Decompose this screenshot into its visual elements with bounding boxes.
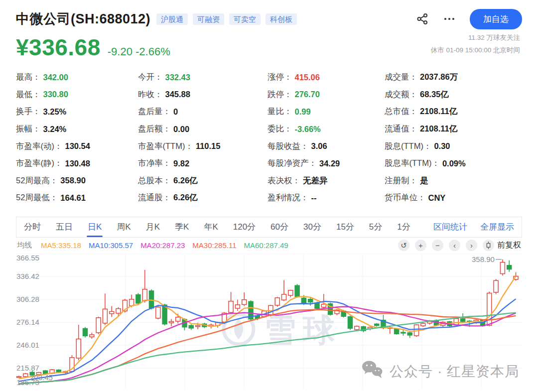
stat-label: 换手： xyxy=(16,106,41,117)
stat-label: 今开： xyxy=(138,72,163,83)
stat-label: 最高： xyxy=(16,72,41,83)
tab-links: 区间统计全屏显示 xyxy=(433,217,514,237)
adjust-type-button[interactable]: 前复权 xyxy=(497,240,521,251)
stat-item: 委比：-3.66% xyxy=(268,121,385,138)
tab-item[interactable]: 1分 xyxy=(397,217,410,237)
stat-label: 表决权： xyxy=(268,175,300,186)
tab-item[interactable]: 分时 xyxy=(24,217,41,237)
ma-legend-item: MA5:335.18 xyxy=(41,241,81,250)
add-watchlist-button[interactable]: 加自选 xyxy=(470,9,522,29)
chart-reset-button[interactable]: ↺ xyxy=(398,240,409,251)
stat-value: -3.66% xyxy=(295,125,321,134)
ma-legend-item: MA10:305.57 xyxy=(89,241,133,250)
stat-label: 委比： xyxy=(268,124,292,134)
stat-label: 每股收益： xyxy=(268,141,309,152)
stat-item: 换手：3.25% xyxy=(16,103,138,121)
zoom-in-button[interactable]: + xyxy=(415,240,426,251)
stat-item: 股息率(TTM)：0.09% xyxy=(385,155,522,172)
stat-item: 盘后额：0.00 xyxy=(138,121,268,138)
tab-item[interactable]: 5分 xyxy=(369,217,382,237)
stat-label: 盘后额： xyxy=(138,124,171,134)
more-icon[interactable] xyxy=(443,12,456,25)
candle-body xyxy=(189,325,193,328)
stat-value: 330.80 xyxy=(43,90,68,99)
stat-label: 52周最低： xyxy=(16,192,58,203)
stat-item: 总市值：2108.11亿 xyxy=(385,103,522,121)
stat-label: 股息率(TTM)： xyxy=(385,158,440,169)
candle-body xyxy=(454,318,458,325)
candle-body xyxy=(110,311,114,313)
tab-item[interactable]: 季K xyxy=(175,217,189,237)
stat-item: 涨停：415.06 xyxy=(268,69,385,86)
candle-body xyxy=(83,328,88,336)
candle-body xyxy=(407,333,412,335)
candle-body xyxy=(229,301,233,312)
candle-body xyxy=(90,335,94,337)
tab-item[interactable]: 日K xyxy=(88,217,102,237)
y-axis-label: 336.42 xyxy=(16,272,39,280)
stat-value: 130.54 xyxy=(65,141,90,151)
candle-style-button[interactable] xyxy=(483,240,494,251)
share-icon[interactable] xyxy=(416,12,429,25)
pan-left-button[interactable]: ‹ xyxy=(449,240,460,251)
wechat-watermark: 公众号 · 红星资本局 xyxy=(361,360,519,383)
stat-item: 注册制：是 xyxy=(385,172,522,190)
stat-value: 3.24% xyxy=(43,125,67,134)
stat-label: 涨停： xyxy=(268,72,292,83)
stat-label: 最低： xyxy=(16,89,41,100)
tab-item[interactable]: 120分 xyxy=(233,217,256,237)
fullscreen-link[interactable]: 全屏显示 xyxy=(480,221,514,233)
tab-item[interactable]: 60分 xyxy=(270,217,288,237)
stat-item: 市净率：9.82 xyxy=(138,155,268,172)
stat-value: 130.48 xyxy=(65,159,90,168)
candle-body xyxy=(116,308,121,313)
candle-body xyxy=(196,325,200,326)
tab-item[interactable]: 15分 xyxy=(336,217,354,237)
current-price: ¥336.68 xyxy=(16,34,101,61)
candle-icon xyxy=(486,242,491,249)
stat-item: 最低：330.80 xyxy=(16,86,138,104)
candle-body xyxy=(395,329,399,334)
candle-body xyxy=(507,265,512,269)
zoom-out-button[interactable]: − xyxy=(432,240,443,251)
tab-item[interactable]: 月K xyxy=(146,217,160,237)
candle-body xyxy=(96,318,101,333)
candle-body xyxy=(169,321,173,323)
ma-bar: 均线 MA5:335.18MA10:305.57MA20:287.23MA30:… xyxy=(16,238,522,254)
candle-body xyxy=(130,299,134,306)
stats-grid: 最高：342.00今开：332.43涨停：415.06成交量：2037.86万最… xyxy=(16,69,522,207)
stat-item: 流通值：2108.11亿 xyxy=(385,121,522,138)
stat-value: 3.06 xyxy=(311,141,327,151)
header: 中微公司(SH:688012) 沪股通可融资可卖空科创板 加自选 xyxy=(16,8,522,30)
stat-item: 最高：342.00 xyxy=(16,69,138,86)
candle-body xyxy=(242,300,247,305)
stock-badge: 可卖空 xyxy=(229,13,261,25)
stat-value: 0.09% xyxy=(442,159,466,168)
ma-legend-item: MA30:285.11 xyxy=(192,241,236,250)
stat-label: 流通股： xyxy=(138,192,171,203)
tab-item[interactable]: 年K xyxy=(204,217,218,237)
tab-item[interactable]: 五日 xyxy=(56,217,73,237)
range-stats-link[interactable]: 区间统计 xyxy=(433,221,467,233)
stat-value: 276.70 xyxy=(295,90,320,99)
tab-item[interactable]: 30分 xyxy=(303,217,321,237)
stat-item: 市盈率(动)：130.54 xyxy=(16,137,138,155)
stat-value: 34.29 xyxy=(319,159,340,168)
tab-item[interactable]: 周K xyxy=(117,217,131,237)
stat-item: 货币单位：CNY xyxy=(385,189,522,207)
high-annotation: 358.90 xyxy=(472,255,495,263)
pan-right-button[interactable]: › xyxy=(466,240,477,251)
stat-value: 0.30 xyxy=(434,141,450,151)
stat-item: 昨收：345.88 xyxy=(138,86,268,104)
header-actions: 加自选 xyxy=(416,9,522,29)
stat-value: CNY xyxy=(428,193,446,203)
candle-body xyxy=(348,317,353,328)
stat-value: 0.00 xyxy=(173,125,189,134)
stat-item: 盘后量：0 xyxy=(138,103,268,121)
wechat-icon xyxy=(361,360,384,383)
candle-body xyxy=(301,298,306,303)
candle-body xyxy=(275,298,279,305)
candle-body xyxy=(282,294,286,300)
candle-body xyxy=(494,280,498,292)
stat-value: 164.61 xyxy=(60,193,85,203)
